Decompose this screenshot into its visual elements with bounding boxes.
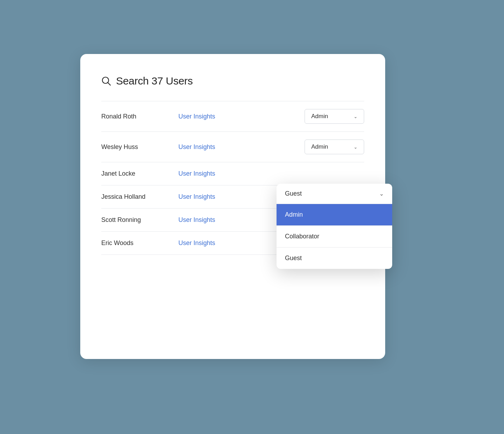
role-dropdown-menu: Guest ⌄ Admin Collaborator Guest: [277, 184, 392, 269]
dropdown-current-value: Guest: [285, 190, 302, 197]
search-title: Search 37 Users: [116, 75, 193, 87]
user-name: Scott Ronning: [101, 216, 178, 224]
dropdown-trigger[interactable]: Guest ⌄: [277, 184, 392, 204]
user-name: Janet Locke: [101, 170, 178, 177]
user-insights-link[interactable]: User Insights: [178, 113, 305, 120]
user-name: Ronald Roth: [101, 113, 178, 120]
table-row: Ronald Roth User Insights Admin ⌄: [101, 101, 364, 131]
dropdown-item-collaborator[interactable]: Collaborator: [277, 226, 392, 247]
chevron-down-icon: ⌄: [354, 114, 357, 119]
role-dropdown[interactable]: Admin ⌄: [305, 140, 364, 154]
role-value: Admin: [311, 113, 328, 120]
dropdown-item-guest[interactable]: Guest: [277, 247, 392, 269]
chevron-down-icon: ⌄: [379, 190, 384, 197]
search-header: Search 37 Users: [101, 75, 364, 87]
user-insights-link[interactable]: User Insights: [178, 143, 305, 151]
user-insights-link[interactable]: User Insights: [178, 170, 364, 177]
chevron-down-icon: ⌄: [354, 144, 357, 150]
table-row: Wesley Huss User Insights Admin ⌄: [101, 131, 364, 162]
role-dropdown[interactable]: Admin ⌄: [305, 109, 364, 124]
table-row: Janet Locke User Insights: [101, 162, 364, 185]
user-name: Jessica Holland: [101, 193, 178, 201]
search-icon: [101, 76, 111, 86]
dropdown-item-admin[interactable]: Admin: [277, 204, 392, 226]
scene: Search 37 Users Ronald Roth User Insight…: [59, 33, 445, 401]
role-value: Admin: [311, 143, 328, 150]
svg-line-1: [108, 83, 110, 85]
user-name: Wesley Huss: [101, 143, 178, 151]
user-name: Eric Woods: [101, 239, 178, 247]
